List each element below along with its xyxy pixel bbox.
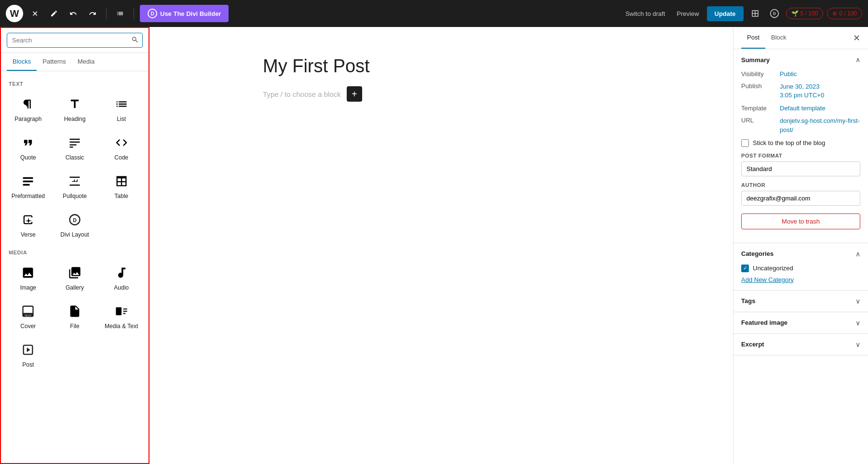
categories-section: Categories ∧ ✓ Uncategorized Add New Cat… bbox=[733, 243, 868, 291]
svg-rect-8 bbox=[23, 184, 30, 186]
tab-block[interactable]: Block bbox=[765, 27, 792, 49]
summary-chevron: ∧ bbox=[855, 56, 860, 64]
block-quote[interactable]: Quote bbox=[5, 128, 52, 167]
block-divi-layout[interactable]: D Divi Layout bbox=[52, 205, 98, 244]
url-value[interactable]: donjetv.sg-host.com/my-first-post/ bbox=[780, 117, 860, 134]
move-to-trash-button[interactable]: Move to trash bbox=[741, 213, 860, 229]
preview-button[interactable]: Preview bbox=[673, 8, 703, 19]
audio-icon bbox=[113, 264, 130, 281]
quote-label: Quote bbox=[20, 154, 36, 161]
excerpt-header[interactable]: Excerpt ∨ bbox=[733, 334, 868, 355]
tags-header[interactable]: Tags ∨ bbox=[733, 291, 868, 312]
block-media-text[interactable]: Media & Text bbox=[98, 297, 145, 335]
block-heading[interactable]: Heading bbox=[52, 90, 98, 128]
switch-to-draft-button[interactable]: Switch to draft bbox=[622, 8, 669, 19]
post-title[interactable]: My First Post bbox=[263, 56, 620, 77]
table-label: Table bbox=[114, 193, 128, 199]
divi-icon: D bbox=[148, 9, 157, 18]
excerpt-chevron: ∨ bbox=[855, 341, 860, 348]
tab-post[interactable]: Post bbox=[741, 27, 765, 49]
block-audio[interactable]: Audio bbox=[98, 258, 145, 297]
block-cover[interactable]: TEXT Cover bbox=[5, 297, 52, 335]
summary-body: Visibility Public Publish June 30, 2023 … bbox=[733, 70, 868, 243]
classic-icon bbox=[66, 134, 83, 151]
visibility-value[interactable]: Public bbox=[780, 70, 797, 78]
add-block-button[interactable]: + bbox=[347, 86, 362, 102]
block-classic[interactable]: Classic bbox=[52, 128, 98, 167]
block-image[interactable]: Image bbox=[5, 258, 52, 297]
update-button[interactable]: Update bbox=[707, 6, 744, 21]
divi-layout-icon: D bbox=[66, 211, 83, 228]
block-pullquote[interactable]: Pullquote bbox=[52, 167, 98, 205]
svg-rect-7 bbox=[23, 181, 33, 183]
right-panel: Post Block ✕ Summary ∧ Visibility Public… bbox=[733, 27, 868, 464]
add-new-category-link[interactable]: Add New Category bbox=[741, 276, 794, 283]
redo-button[interactable] bbox=[85, 6, 100, 21]
template-value[interactable]: Default template bbox=[780, 105, 826, 112]
readability-badge[interactable]: ⊕ 0 / 100 bbox=[827, 8, 862, 19]
post-label: Post bbox=[22, 361, 34, 368]
block-post[interactable]: Post bbox=[5, 335, 52, 374]
post-editor: My First Post Type / to choose a block + bbox=[263, 56, 620, 102]
block-code[interactable]: Code bbox=[98, 128, 145, 167]
svg-text:D: D bbox=[73, 217, 77, 223]
summary-header[interactable]: Summary ∧ bbox=[733, 49, 868, 70]
toolbar-right: Switch to draft Preview Update D 🌱 5 / 1… bbox=[622, 6, 862, 21]
editor-area: My First Post Type / to choose a block + bbox=[149, 27, 733, 464]
divi-circle-button[interactable]: D bbox=[767, 6, 782, 21]
edit-button[interactable] bbox=[46, 6, 62, 21]
post-format-label: POST FORMAT bbox=[741, 153, 860, 159]
tags-chevron: ∨ bbox=[855, 297, 860, 305]
tags-title: Tags bbox=[741, 297, 755, 305]
pullquote-icon bbox=[66, 172, 83, 190]
search-bar bbox=[1, 28, 149, 53]
seo-badge[interactable]: 🌱 5 / 100 bbox=[786, 8, 824, 19]
categories-body: ✓ Uncategorized Add New Category bbox=[733, 265, 868, 290]
svg-rect-9 bbox=[69, 177, 80, 178]
list-view-button[interactable] bbox=[112, 6, 128, 21]
tab-patterns[interactable]: Patterns bbox=[37, 53, 71, 71]
tab-media[interactable]: Media bbox=[72, 53, 100, 71]
publish-label: Publish bbox=[741, 82, 780, 90]
block-table[interactable]: Table bbox=[98, 167, 145, 205]
url-label: URL bbox=[741, 117, 780, 124]
block-verse[interactable]: Verse bbox=[5, 205, 52, 244]
block-gallery[interactable]: Gallery bbox=[52, 258, 98, 297]
quote-icon bbox=[19, 134, 37, 151]
stick-to-top-row: Stick to the top of the blog bbox=[741, 139, 860, 147]
close-panel-button[interactable]: ✕ bbox=[853, 34, 860, 42]
stick-to-top-checkbox[interactable] bbox=[741, 139, 749, 147]
tab-blocks[interactable]: Blocks bbox=[7, 53, 37, 71]
code-icon bbox=[113, 134, 130, 151]
author-select[interactable]: deezgrafix@gmail.com bbox=[741, 191, 860, 206]
template-row: Template Default template bbox=[741, 105, 860, 112]
image-icon bbox=[19, 264, 37, 281]
post-format-select[interactable]: Standard Aside Chat Gallery Link Image Q… bbox=[741, 161, 860, 176]
block-paragraph[interactable]: Paragraph bbox=[5, 90, 52, 128]
excerpt-title: Excerpt bbox=[741, 341, 764, 348]
svg-rect-2 bbox=[69, 139, 80, 140]
left-panel: Blocks Patterns Media TEXT Paragraph bbox=[0, 27, 149, 464]
layout-icon-button[interactable] bbox=[747, 6, 763, 21]
publish-value[interactable]: June 30, 2023 3:05 pm UTC+0 bbox=[780, 82, 824, 100]
block-preformatted[interactable]: Preformatted bbox=[5, 167, 52, 205]
preformatted-icon bbox=[19, 172, 37, 190]
categories-header[interactable]: Categories ∧ bbox=[733, 243, 868, 265]
category-checked-icon[interactable]: ✓ bbox=[741, 265, 749, 272]
heading-label: Heading bbox=[64, 116, 86, 122]
undo-button[interactable] bbox=[66, 6, 81, 21]
verse-label: Verse bbox=[21, 231, 36, 238]
blocks-tabs-row: Blocks Patterns Media bbox=[1, 53, 149, 71]
svg-text:TEXT: TEXT bbox=[25, 314, 32, 317]
svg-rect-3 bbox=[69, 142, 80, 143]
audio-label: Audio bbox=[114, 284, 129, 291]
divi-builder-button[interactable]: D Use The Divi Builder bbox=[140, 5, 229, 22]
block-file[interactable]: File bbox=[52, 297, 98, 335]
block-list[interactable]: List bbox=[98, 90, 145, 128]
summary-title: Summary bbox=[741, 56, 770, 64]
search-input[interactable] bbox=[7, 33, 143, 48]
close-button[interactable]: ✕ bbox=[27, 6, 42, 21]
svg-rect-6 bbox=[23, 177, 33, 179]
search-icon-button[interactable] bbox=[131, 36, 139, 45]
featured-image-header[interactable]: Featured image ∨ bbox=[733, 312, 868, 333]
